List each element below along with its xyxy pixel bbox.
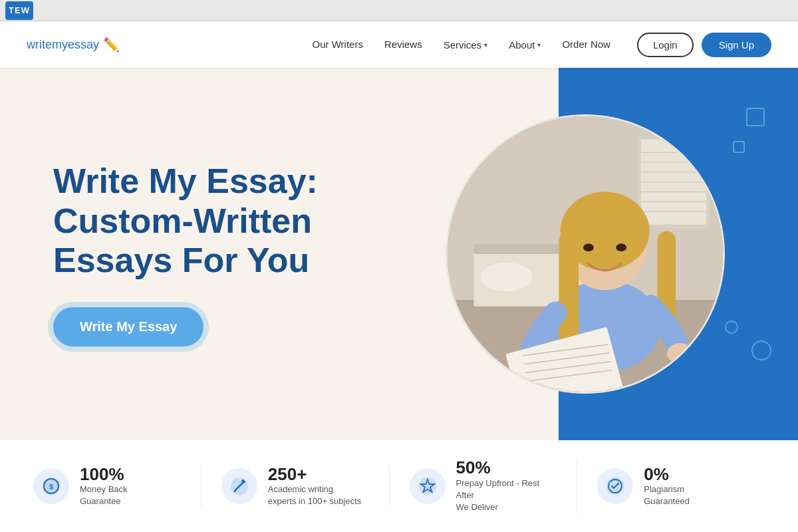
hero-image-circle xyxy=(446,114,725,394)
stat-text-1: 250+ Academic writingexperts in 100+ sub… xyxy=(268,465,362,508)
tew-badge: TEW xyxy=(5,1,33,20)
pencil-expert-icon xyxy=(229,476,249,496)
nav-links: Our Writers Reviews Services ▾ About ▾ O… xyxy=(313,39,610,51)
stat-number-0: 100% xyxy=(80,465,128,484)
stat-item-3: 0% PlagiarismGuaranteed xyxy=(577,465,765,508)
svg-point-22 xyxy=(616,243,626,251)
nav-item-services[interactable]: Services ▾ xyxy=(444,39,488,51)
stat-number-3: 0% xyxy=(644,465,690,484)
nav-item-about[interactable]: About ▾ xyxy=(509,39,541,51)
stat-icon-2 xyxy=(410,468,446,504)
nav-actions: Login Sign Up xyxy=(637,33,771,57)
hero-title: Write My Essay: Custom-Written Essays Fo… xyxy=(53,162,359,281)
stat-desc-1: Academic writingexperts in 100+ subjects xyxy=(268,483,362,507)
stat-text-0: 100% Money BackGuarantee xyxy=(80,465,128,508)
hero-left: Write My Essay: Custom-Written Essays Fo… xyxy=(0,122,412,386)
stat-number-2: 50% xyxy=(456,458,557,477)
nav-item-reviews[interactable]: Reviews xyxy=(384,39,422,51)
top-bar: TEW xyxy=(0,0,798,21)
nav-writers-link[interactable]: Our Writers xyxy=(313,39,363,50)
deco-rect-2 xyxy=(733,141,745,153)
logo-text: writemyessay xyxy=(27,38,99,52)
login-button[interactable]: Login xyxy=(637,33,694,57)
nav-item-writers[interactable]: Our Writers xyxy=(313,39,363,51)
stat-desc-3: PlagiarismGuaranteed xyxy=(644,483,690,507)
deco-rect-1 xyxy=(746,108,765,126)
stat-item-2: 50% Prepay Upfront - Rest AfterWe Delive… xyxy=(390,458,578,513)
hero-illustration xyxy=(448,116,723,392)
deco-circle-2 xyxy=(725,321,738,334)
stat-desc-2: Prepay Upfront - Rest AfterWe Deliver xyxy=(456,477,557,514)
nav-order-link[interactable]: Order Now xyxy=(562,39,610,50)
svg-rect-19 xyxy=(559,231,579,349)
navbar: writemyessay ✏️ Our Writers Reviews Serv… xyxy=(0,21,798,68)
stat-icon-0: $ xyxy=(33,468,69,504)
stats-bar: $ 100% Money BackGuarantee 250+ Academic… xyxy=(0,440,798,532)
svg-text:$: $ xyxy=(49,483,53,491)
logo-link[interactable]: writemyessay ✏️ xyxy=(27,37,120,53)
star-icon xyxy=(418,476,438,496)
stat-number-1: 250+ xyxy=(268,465,362,484)
chevron-down-icon: ▾ xyxy=(537,41,541,49)
stat-item-1: 250+ Academic writingexperts in 100+ sub… xyxy=(201,465,390,508)
stat-text-2: 50% Prepay Upfront - Rest AfterWe Delive… xyxy=(456,458,557,513)
chevron-down-icon: ▾ xyxy=(484,41,487,49)
logo-pencil-icon: ✏️ xyxy=(103,37,120,53)
nav-services-link[interactable]: Services ▾ xyxy=(444,39,488,51)
signup-button[interactable]: Sign Up xyxy=(702,33,771,57)
money-back-icon: $ xyxy=(41,476,61,496)
deco-circle-1 xyxy=(751,340,771,360)
nav-reviews-link[interactable]: Reviews xyxy=(384,39,422,50)
svg-point-5 xyxy=(480,263,533,291)
plagiarism-icon xyxy=(605,476,625,496)
stat-text-3: 0% PlagiarismGuaranteed xyxy=(644,465,690,508)
svg-point-21 xyxy=(583,243,594,251)
hero-right xyxy=(412,68,798,440)
stat-icon-1 xyxy=(221,468,257,504)
stat-item-0: $ 100% Money BackGuarantee xyxy=(33,465,201,508)
stat-icon-3 xyxy=(597,468,633,504)
nav-item-order[interactable]: Order Now xyxy=(562,39,610,51)
stat-desc-0: Money BackGuarantee xyxy=(80,483,128,507)
write-my-essay-button[interactable]: Write My Essay xyxy=(53,307,203,346)
hero-section: Write My Essay: Custom-Written Essays Fo… xyxy=(0,68,798,440)
nav-about-link[interactable]: About ▾ xyxy=(509,39,541,51)
